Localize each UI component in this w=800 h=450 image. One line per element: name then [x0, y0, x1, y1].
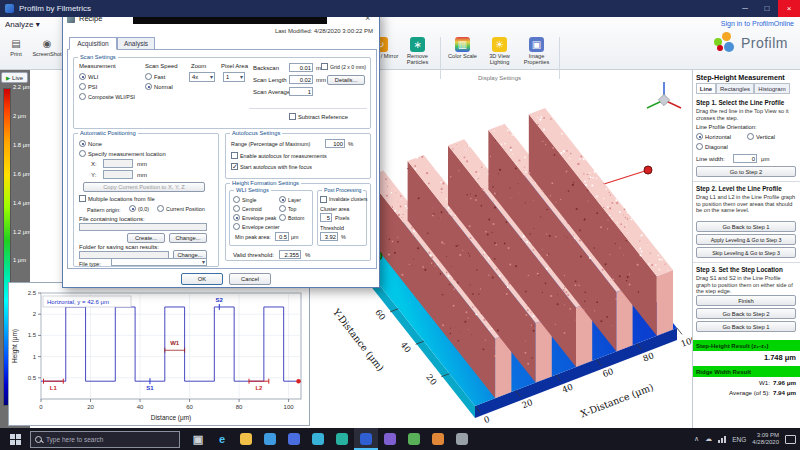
onedrive-cloud-icon[interactable]: ☁ — [705, 435, 712, 443]
tab-line[interactable]: Line — [696, 83, 716, 94]
window-titlebar[interactable]: Profilm by Filmetrics ─ □ × — [0, 0, 800, 17]
x-axis-tick-label: 0 — [482, 414, 491, 425]
range-input[interactable]: 100 — [325, 139, 345, 148]
toolbar-3d-lighting-button[interactable]: ☀ 3D View Lighting — [481, 37, 518, 74]
radio-envelope-peak[interactable]: Envelope peak — [233, 214, 276, 221]
radio-centroid[interactable]: Centroid — [233, 205, 262, 212]
cluster-area-input[interactable]: 5 — [320, 213, 332, 222]
go-to-step2-button[interactable]: Go to Step 2 — [696, 166, 796, 177]
finish-button[interactable]: Finish — [696, 295, 796, 306]
min-peak-input[interactable]: 0.5 — [275, 232, 289, 241]
radio-fast[interactable]: Fast — [145, 73, 165, 80]
orientation-axes-widget[interactable] — [647, 82, 681, 108]
sign-in-link[interactable]: Sign in to ProfilmOnline — [721, 20, 794, 27]
go-back-step1-button[interactable]: Go Back to Step 1 — [696, 221, 796, 232]
scan-length-input[interactable]: 0.02 — [289, 75, 313, 84]
details-button[interactable]: Details... — [327, 75, 365, 85]
invalidate-clusters-checkbox[interactable]: Invalidate clusters — [320, 196, 367, 203]
taskbar-app-browser[interactable]: e — [210, 428, 234, 450]
toolbar-image-properties-button[interactable]: ▣ Image Properties — [518, 37, 555, 74]
profile-end-handle-2d[interactable] — [296, 379, 300, 383]
taskbar-app-pinned-app-9[interactable] — [450, 428, 474, 450]
radio-origin-00[interactable]: (0,0) — [129, 205, 149, 212]
apply-leveling-button[interactable]: Apply Leveling & Go to Step 3 — [696, 234, 796, 245]
radio-current-position[interactable]: Current Position — [157, 205, 205, 212]
radio-top[interactable]: Top — [279, 205, 296, 212]
maximize-button[interactable]: □ — [756, 0, 778, 17]
change-button[interactable]: Change... — [169, 233, 207, 243]
radio-wli[interactable]: WLI — [79, 73, 98, 80]
taskbar-clock[interactable]: 3:09 PM 4/28/2020 — [752, 432, 779, 447]
cancel-button[interactable]: Cancel — [229, 273, 271, 285]
taskbar-app-pinned-app-8[interactable] — [426, 428, 450, 450]
radio-horizontal[interactable]: Horizontal — [696, 133, 731, 140]
marker-label-L1[interactable]: L1 — [50, 385, 58, 391]
line-width-input[interactable]: 0 — [733, 154, 757, 163]
toolbar-remove-particles-button[interactable]: ∗ Remove Particles — [399, 37, 436, 74]
line-profile-chart[interactable]: 0204060801000.511.522.5Distance (μm)Heig… — [9, 283, 309, 425]
ok-button[interactable]: OK — [181, 273, 223, 285]
subtract-reference-checkbox[interactable]: Subtract Reference — [289, 113, 348, 120]
action-center-icon[interactable] — [785, 435, 796, 444]
tab-histogram[interactable]: Histogram — [754, 83, 790, 94]
taskbar-app-pinned-app-7[interactable] — [402, 428, 426, 450]
taskbar-app-pinned-app-5[interactable] — [330, 428, 354, 450]
radio-bottom[interactable]: Bottom — [279, 214, 304, 221]
backscan-input[interactable]: 0.01 — [289, 63, 313, 72]
tray-expand-icon[interactable]: ∧ — [694, 435, 699, 443]
pixel-area-dropdown[interactable]: 1 — [223, 72, 245, 82]
enable-autofocus-checkbox[interactable]: Enable autofocus for measurements — [231, 152, 327, 159]
screenshot-button[interactable]: ◉ ScreenShot — [31, 37, 63, 74]
tab-rectangles[interactable]: Rectangles — [716, 83, 754, 94]
toolbar-color-scale-button[interactable]: ▥ Color Scale — [444, 37, 481, 74]
radio-diagonal[interactable]: Diagonal — [696, 143, 728, 150]
marker-label-S2[interactable]: S2 — [216, 297, 224, 303]
taskbar-app-pinned-app-4[interactable] — [306, 428, 330, 450]
multiple-locations-checkbox[interactable]: Multiple locations from file — [79, 195, 155, 202]
zoom-dropdown[interactable]: 4x — [189, 72, 215, 82]
radio-none[interactable]: None — [79, 140, 102, 147]
go-back-step1-button2[interactable]: Go Back to Step 1 — [696, 321, 796, 332]
radio-vertical[interactable]: Vertical — [747, 133, 775, 140]
taskbar-app-pinned-app-1[interactable] — [234, 428, 258, 450]
grid-checkbox[interactable]: Grid (2 x 0 mm) — [321, 63, 366, 70]
marker-label-S1[interactable]: S1 — [146, 385, 154, 391]
profile-end-handle[interactable] — [644, 166, 652, 174]
radio-normal[interactable]: Normal — [145, 83, 173, 90]
tab-acquisition[interactable]: Acquisition — [69, 37, 117, 50]
taskbar-app-pinned-app-6[interactable] — [378, 428, 402, 450]
minimize-button[interactable]: ─ — [734, 0, 756, 17]
start-button[interactable] — [0, 428, 30, 450]
radio-layer[interactable]: Layer — [279, 196, 301, 203]
radio-specify-location[interactable]: Specify measurement location — [79, 150, 166, 157]
copy-position-button[interactable]: Copy Current Position to X, Y, Z — [83, 182, 205, 192]
taskbar-search[interactable]: Type here to search — [30, 431, 180, 448]
language-indicator[interactable]: ENG — [732, 436, 746, 443]
create-button[interactable]: Create... — [127, 233, 165, 243]
close-button[interactable]: × — [778, 0, 800, 17]
file-type-dropdown[interactable] — [111, 258, 207, 266]
taskbar-app-pinned-app-2[interactable] — [258, 428, 282, 450]
marker-label-W1[interactable]: W1 — [170, 340, 180, 346]
x-input[interactable] — [103, 159, 133, 168]
line-profile-panel[interactable]: 0204060801000.511.522.5Distance (μm)Heig… — [8, 282, 310, 426]
taskbar-app-task-view[interactable]: ▣ — [186, 428, 210, 450]
file-locations-input[interactable] — [79, 223, 207, 231]
skip-leveling-button[interactable]: Skip Leveling & Go to Step 3 — [696, 247, 796, 258]
radio-psi[interactable]: PSI — [79, 83, 97, 90]
go-back-step2-button[interactable]: Go Back to Step 2 — [696, 308, 796, 319]
threshold-input[interactable]: 3.92 — [320, 232, 338, 241]
network-icon[interactable] — [718, 436, 726, 443]
y-input[interactable] — [103, 170, 133, 179]
radio-composite[interactable]: Composite WLI/PSI — [79, 93, 135, 100]
valid-threshold-input[interactable]: 2.355 — [279, 250, 301, 259]
scan-averages-input[interactable]: 1 — [289, 87, 313, 96]
taskbar-app-profilm-running[interactable] — [354, 428, 378, 450]
analyze-menu[interactable]: Analyze ▾ — [5, 20, 40, 29]
radio-single[interactable]: Single — [233, 196, 256, 203]
print-button[interactable]: ▤ Print — [2, 37, 30, 74]
fine-focus-checkbox[interactable]: Start autofocus with fine focus — [231, 163, 312, 170]
radio-envelope-center[interactable]: Envelope center — [233, 223, 280, 230]
marker-label-L2[interactable]: L2 — [255, 385, 263, 391]
taskbar-app-pinned-app-3[interactable] — [282, 428, 306, 450]
